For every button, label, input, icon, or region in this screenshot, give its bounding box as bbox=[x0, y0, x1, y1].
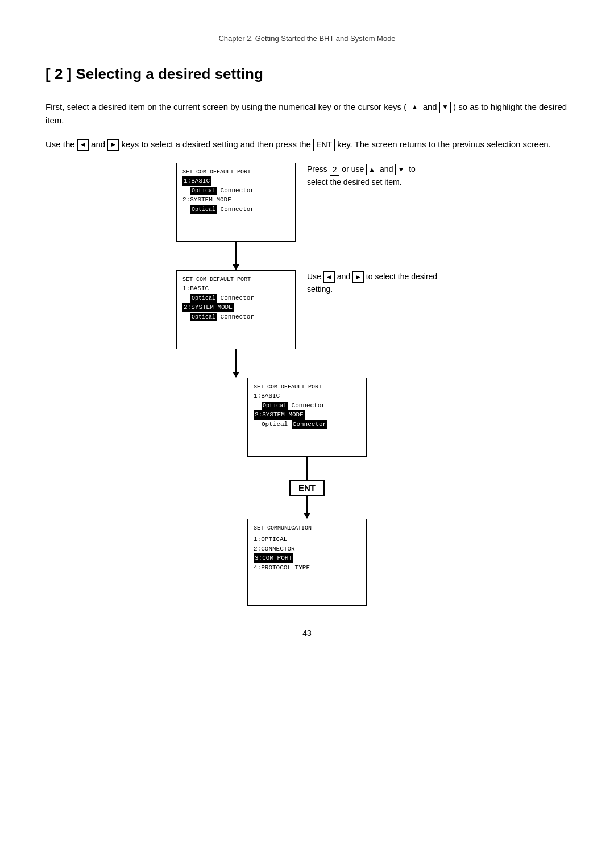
left-arrow-key-p2: ◄ bbox=[77, 139, 89, 151]
step-3-row: SET COM DEFAULT PORT 1:BASIC Optical Con… bbox=[45, 378, 569, 519]
right-arrow-key-p2: ► bbox=[107, 139, 119, 151]
ann1-up-key: ▲ bbox=[366, 164, 377, 175]
arrow2 bbox=[233, 349, 239, 378]
screen4-line2: 2:CONNECTOR bbox=[254, 544, 360, 554]
chapter-title: Chapter 2. Getting Started the BHT and S… bbox=[218, 34, 395, 43]
paragraph-1: First, select a desired item on the curr… bbox=[45, 100, 569, 127]
screen3-title: SET COM DEFAULT PORT bbox=[254, 383, 360, 391]
screen2: SET COM DEFAULT PORT 1:BASIC Optical Con… bbox=[176, 270, 296, 349]
screen2-line4: Optical Connector bbox=[182, 312, 289, 322]
screen2-group: SET COM DEFAULT PORT 1:BASIC Optical Con… bbox=[176, 270, 296, 378]
screen1-line4: Optical Connector bbox=[182, 205, 289, 214]
step-4-row: SET COMMUNICATION 1:OPTICAL 2:CONNECTOR … bbox=[45, 519, 569, 606]
up-arrow-key-p1: ▲ bbox=[409, 102, 420, 113]
annotation1: Press 2 or use ▲ and ▼ to select the des… bbox=[307, 163, 438, 188]
key-2: 2 bbox=[330, 164, 340, 176]
screen3-line2: Optical Connector bbox=[254, 401, 360, 411]
screen1-optical1: Optical bbox=[190, 187, 217, 195]
screen3: SET COM DEFAULT PORT 1:BASIC Optical Con… bbox=[247, 378, 367, 457]
page-number: 43 bbox=[45, 629, 569, 638]
screen4-line3: 3:COM PORT bbox=[254, 553, 360, 563]
screen3-group: SET COM DEFAULT PORT 1:BASIC Optical Con… bbox=[247, 378, 367, 519]
arrow3: ENT bbox=[289, 457, 325, 519]
screen1-optical2: Optical bbox=[190, 205, 217, 214]
screen2-line1: 1:BASIC bbox=[182, 284, 289, 294]
screen4: SET COMMUNICATION 1:OPTICAL 2:CONNECTOR … bbox=[247, 519, 367, 606]
screen3-connector-highlight: Connector bbox=[292, 420, 327, 429]
ent-key-p2: ENT bbox=[313, 139, 335, 151]
down-arrow-key-p1: ▼ bbox=[439, 102, 451, 113]
step-2-row: SET COM DEFAULT PORT 1:BASIC Optical Con… bbox=[45, 270, 569, 378]
ann2-left-key: ◄ bbox=[323, 271, 335, 283]
screen2-line3: 2:SYSTEM MODE bbox=[182, 303, 289, 312]
screen2-title: SET COM DEFAULT PORT bbox=[182, 275, 289, 284]
screen3-line4: Optical Connector bbox=[254, 420, 360, 429]
annotation2: Use ◄ and ► to select the desired settin… bbox=[307, 270, 438, 296]
screen3-line3: 2:SYSTEM MODE bbox=[254, 410, 360, 420]
ent-key-diagram: ENT bbox=[289, 480, 325, 496]
screen3-line1: 1:BASIC bbox=[254, 391, 360, 401]
page-container: Chapter 2. Getting Started the BHT and S… bbox=[0, 0, 614, 683]
screen2-optical2: Optical bbox=[190, 313, 217, 321]
diagram-area: SET COM DEFAULT PORT 1:BASIC Optical Con… bbox=[45, 163, 569, 606]
screen2-line2: Optical Connector bbox=[182, 294, 289, 303]
screen2-item3-highlight: 2:SYSTEM MODE bbox=[182, 303, 234, 312]
screen1-line1: 1:BASIC bbox=[182, 176, 289, 186]
screen4-title: SET COMMUNICATION bbox=[254, 524, 360, 532]
screen4-line4: 4:PROTOCOL TYPE bbox=[254, 563, 360, 573]
screen3-item3-highlight: 2:SYSTEM MODE bbox=[254, 410, 305, 420]
screen1-line2: Optical Connector bbox=[182, 186, 289, 196]
screen1: SET COM DEFAULT PORT 1:BASIC Optical Con… bbox=[176, 163, 296, 242]
screen4-group: SET COMMUNICATION 1:OPTICAL 2:CONNECTOR … bbox=[247, 519, 367, 606]
paragraph-2: Use the ◄ and ► keys to select a desired… bbox=[45, 138, 569, 151]
screen1-group: SET COM DEFAULT PORT 1:BASIC Optical Con… bbox=[176, 163, 296, 270]
ann1-down-key: ▼ bbox=[395, 164, 406, 175]
screen1-item1-highlight: 1:BASIC bbox=[182, 176, 211, 186]
section-title-text: [ 2 ] Selecting a desired setting bbox=[45, 65, 263, 82]
section-title: [ 2 ] Selecting a desired setting bbox=[45, 65, 569, 83]
screen3-optical1: Optical bbox=[262, 402, 288, 410]
screen4-item3-highlight: 3:COM PORT bbox=[254, 553, 293, 563]
screen2-optical1: Optical bbox=[190, 294, 217, 303]
chapter-header: Chapter 2. Getting Started the BHT and S… bbox=[45, 34, 569, 43]
ann2-right-key: ► bbox=[352, 271, 364, 283]
step-1-row: SET COM DEFAULT PORT 1:BASIC Optical Con… bbox=[45, 163, 569, 270]
screen1-title: SET COM DEFAULT PORT bbox=[182, 168, 289, 176]
arrow1 bbox=[233, 242, 239, 270]
screen1-line3: 2:SYSTEM MODE bbox=[182, 195, 289, 205]
screen4-line1: 1:OPTICAL bbox=[254, 535, 360, 544]
